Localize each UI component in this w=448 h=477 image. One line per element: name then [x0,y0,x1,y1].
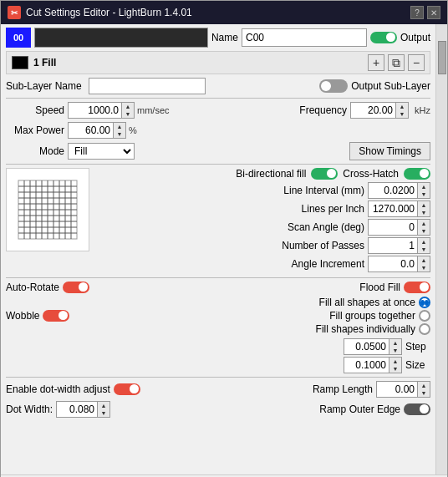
copy-layer-button[interactable]: ⧉ [388,54,405,71]
ramp-length-label: Ramp Length [313,383,373,395]
fill-all-radio[interactable] [419,297,430,308]
ramp-length-up[interactable]: ▲ [418,382,430,389]
output-sublayer-toggle[interactable] [319,79,348,93]
mode-select[interactable]: Fill [68,143,135,160]
freq-up-arrow[interactable]: ▲ [396,103,408,110]
freq-label: Frequency [299,104,347,116]
enable-dot-width-toggle[interactable] [114,383,140,395]
enable-dot-width-label: Enable dot-width adjust [6,383,110,395]
fill-individually-label: Fill shapes individually [316,323,415,335]
sublayer-row: Sub-Layer Name Output Sub-Layer [6,78,430,94]
name-label: Name [211,32,238,43]
max-power-unit: % [129,125,137,135]
lines-per-inch-input[interactable] [368,200,418,217]
scan-angle-input[interactable] [368,219,418,236]
max-power-input[interactable] [68,122,114,139]
step-label: Step [405,341,430,353]
help-button[interactable]: ? [410,6,424,19]
ramp-outer-edge-label: Ramp Outer Edge [319,403,400,415]
line-interval-input[interactable] [368,182,418,199]
sublayer-label: Sub-Layer Name [6,80,82,92]
step-up[interactable]: ▲ [389,339,401,347]
flood-fill-label: Flood Fill [359,282,400,293]
cut-settings-window: ✂ Cut Settings Editor - LightBurn 1.4.01… [0,0,448,477]
show-timings-button[interactable]: Show Timings [349,142,430,160]
frequency-input[interactable] [350,102,396,119]
angle-increment-up[interactable]: ▲ [418,256,430,264]
num-passes-input[interactable] [368,237,418,254]
line-interval-label: Line Interval (mm) [283,185,364,196]
dot-width-input[interactable] [56,401,98,418]
size-input[interactable] [344,357,389,373]
output-sublayer-label: Output Sub-Layer [351,80,430,92]
layer-number[interactable]: 00 [6,28,31,48]
app-icon: ✂ [8,6,21,19]
scan-angle-down[interactable]: ▼ [418,227,430,235]
bi-dir-label: Bi-directional fill [236,168,306,180]
ramp-outer-edge-toggle[interactable] [404,403,430,415]
scan-angle-up[interactable]: ▲ [418,220,430,227]
lines-per-inch-up[interactable]: ▲ [418,201,430,209]
angle-increment-input[interactable] [368,256,418,272]
size-label: Size [405,359,430,371]
fill-color [12,56,28,69]
sublayer-name-input[interactable] [89,78,206,94]
num-passes-label: Number of Passes [282,240,364,251]
title-bar: ✂ Cut Settings Editor - LightBurn 1.4.01… [1,1,447,24]
auto-rotate-toggle[interactable] [63,282,89,293]
mode-label: Mode [6,145,64,157]
color-bar [34,28,208,48]
max-power-up-arrow[interactable]: ▲ [114,123,125,130]
size-up[interactable]: ▲ [389,358,401,365]
ramp-length-down[interactable]: ▼ [418,389,430,397]
angle-increment-down[interactable]: ▼ [418,264,430,271]
line-interval-down[interactable]: ▼ [418,190,430,198]
step-input[interactable] [344,338,389,355]
lines-per-inch-label: Lines per Inch [302,203,364,215]
cross-hatch-label: Cross-Hatch [343,168,399,180]
auto-rotate-label: Auto-Rotate [6,282,59,293]
speed-label: Speed [6,104,64,116]
num-passes-down[interactable]: ▼ [418,246,430,253]
max-power-label: Max Power [6,124,64,136]
output-label: Output [400,32,430,43]
speed-unit: mm/sec [137,105,170,115]
layer-row: 00 Name Output [6,28,430,48]
add-layer-button[interactable]: + [368,54,384,71]
scrollbar[interactable] [435,24,447,474]
scrollbar-thumb[interactable] [438,41,446,74]
bi-dir-toggle[interactable] [311,168,338,180]
speed-up-arrow[interactable]: ▲ [122,103,134,110]
fill-row: 1 Fill + ⧉ − [6,51,430,74]
speed-down-arrow[interactable]: ▼ [122,110,134,118]
fill-groups-radio[interactable] [419,310,430,322]
step-down[interactable]: ▼ [389,347,401,354]
fill-individually-radio[interactable] [419,323,430,335]
fill-preview [14,176,81,243]
fill-all-label: Fill all shapes at once [319,297,415,308]
dot-width-up[interactable]: ▲ [98,402,109,409]
freq-down-arrow[interactable]: ▼ [396,110,408,118]
dot-width-down[interactable]: ▼ [98,409,109,417]
output-toggle[interactable] [370,32,397,43]
angle-increment-label: Angle Increment [292,258,364,270]
scan-angle-label: Scan Angle (deg) [288,221,364,233]
lines-per-inch-down[interactable]: ▼ [418,209,430,216]
speed-input[interactable] [68,102,122,119]
wobble-label: Wobble [6,310,39,322]
cross-hatch-toggle[interactable] [404,168,430,180]
size-down[interactable]: ▼ [389,365,401,373]
flood-fill-toggle[interactable] [404,282,430,293]
ramp-length-input[interactable] [376,381,418,398]
line-interval-up[interactable]: ▲ [418,183,430,190]
fill-groups-label: Fill groups together [329,310,415,322]
wobble-toggle[interactable] [43,310,69,322]
num-passes-up[interactable]: ▲ [418,238,430,246]
remove-layer-button[interactable]: − [408,54,425,71]
name-input[interactable] [242,28,367,47]
dot-width-label: Dot Width: [6,403,53,415]
max-power-down-arrow[interactable]: ▼ [114,130,125,138]
freq-unit: kHz [415,105,430,115]
close-button[interactable]: ✕ [427,6,440,19]
fill-label: 1 Fill [33,57,56,69]
